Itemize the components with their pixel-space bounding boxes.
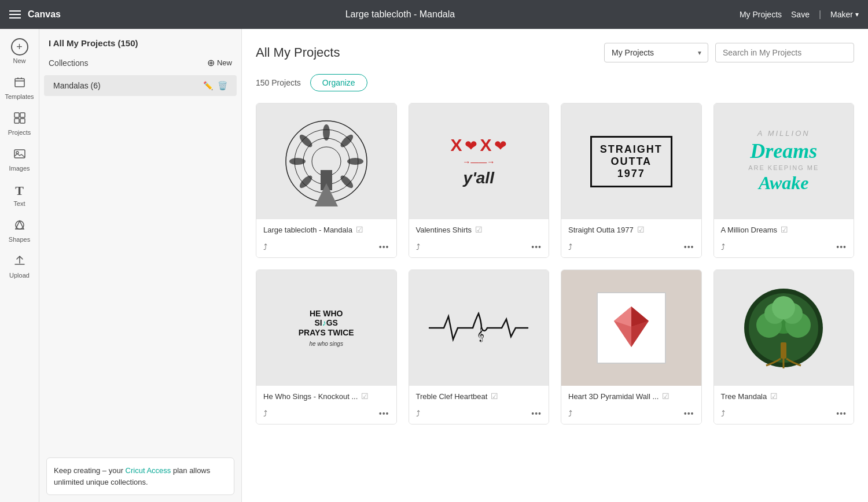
sings-sings: SI♪GS [299, 318, 354, 327]
sidebar-item-new[interactable]: + New [2, 34, 37, 69]
collections-new-button[interactable]: ⊕ New [207, 57, 232, 68]
sidebar-item-templates[interactable]: Templates [2, 71, 37, 105]
svg-point-14 [339, 133, 355, 149]
project-name-row: Large tablecloth - Mandala ☑ [263, 225, 363, 234]
dreams-are-keeping: ARE KEEPING ME [748, 164, 819, 171]
project-card-dreams: A MILLION Dreams ARE KEEPING ME Awake A … [713, 103, 855, 258]
promo-link-cricut-access[interactable]: Cricut Access [126, 466, 171, 475]
xoxo-heart1: ❤ [465, 137, 477, 154]
svg-rect-0 [15, 79, 24, 87]
svg-rect-3 [14, 119, 19, 123]
project-footer-bottom-dreams: ⤴ ••• [714, 240, 854, 257]
more-icon-tree[interactable]: ••• [836, 409, 847, 418]
outta-line1: STRAIGHT [600, 143, 663, 156]
more-icon-mandala[interactable]: ••• [379, 242, 389, 252]
more-icon-heartbeat[interactable]: ••• [531, 409, 542, 418]
sings-he-who: HE WHO [299, 309, 354, 318]
project-thumbnail-dreams[interactable]: A MILLION Dreams ARE KEEPING ME Awake [714, 104, 854, 219]
share-icon-valentines[interactable]: ⤴ [416, 242, 420, 252]
project-check-icon-dreams[interactable]: ☑ [781, 225, 788, 234]
project-thumbnail-sings[interactable]: HE WHO SI♪GS PRAYS TWICE he who sings [256, 270, 396, 386]
project-check-icon-sings[interactable]: ☑ [361, 392, 369, 401]
shapes-icon [13, 219, 26, 234]
project-check-icon-outta[interactable]: ☑ [637, 225, 645, 234]
projects-filter-select[interactable]: My Projects All Projects Shared [604, 43, 708, 62]
project-footer-bottom-heart3d: ⤴ ••• [561, 407, 701, 424]
project-check-icon-tree[interactable]: ☑ [770, 392, 778, 401]
search-input[interactable] [715, 43, 854, 62]
share-icon-tree[interactable]: ⤴ [721, 409, 725, 418]
arrow-line: →——→ [462, 157, 495, 167]
svg-marker-22 [315, 183, 338, 206]
save-link[interactable]: Save [791, 10, 810, 19]
project-name-row-dreams: A Million Dreams ☑ [721, 225, 789, 234]
upload-icon [13, 254, 26, 270]
my-projects-link[interactable]: My Projects [740, 10, 782, 19]
more-icon-dreams[interactable]: ••• [836, 242, 847, 252]
edit-icon[interactable]: ✏️ [203, 81, 213, 90]
svg-point-37 [772, 296, 795, 319]
project-name-outta: Straight Outta 1977 [568, 226, 634, 234]
heartbeat-svg: 𝄞 [426, 311, 531, 345]
sidebar-item-shapes[interactable]: Shapes [2, 214, 37, 248]
sidebar-item-upload[interactable]: Upload [2, 250, 37, 283]
project-thumbnail-tree[interactable] [714, 270, 854, 386]
share-icon-dreams[interactable]: ⤴ [721, 242, 725, 252]
sidebar-item-images[interactable]: Images [2, 143, 37, 176]
project-name-row-sings: He Who Sings - Knockout ... ☑ [263, 392, 369, 401]
more-icon-sings[interactable]: ••• [379, 409, 389, 418]
project-check-icon-valentines[interactable]: ☑ [475, 225, 483, 234]
projects-count: 150 Projects [256, 78, 301, 87]
canvas-title: Large tablecloth - Mandala [68, 9, 733, 20]
project-thumbnail-valentines[interactable]: X ❤ X ❤ →——→ y'all [409, 104, 549, 219]
svg-point-20 [297, 133, 314, 149]
project-thumbnail-mandala[interactable] [256, 104, 396, 219]
sidebar-item-images-label: Images [9, 165, 30, 172]
project-check-icon-heartbeat[interactable]: ☑ [491, 392, 498, 401]
main-layout: + New Templates Projects Images T T [0, 29, 868, 502]
xoxo-x2: X [480, 135, 491, 154]
collections-header: I All My Projects (150) [39, 29, 241, 53]
project-thumbnail-outta[interactable]: STRAIGHT OUTTA 1977 [561, 104, 701, 219]
text-icon: T [15, 183, 24, 198]
project-check-icon-heart3d[interactable]: ☑ [662, 392, 670, 401]
share-icon-heart3d[interactable]: ⤴ [568, 409, 572, 418]
projects-bar: 150 Projects Organize [256, 74, 854, 91]
svg-text:𝄞: 𝄞 [477, 327, 484, 342]
outta-design: STRAIGHT OUTTA 1977 [590, 136, 672, 187]
more-icon-heart3d[interactable]: ••• [684, 409, 694, 418]
sidebar-item-projects[interactable]: Projects [2, 107, 37, 141]
project-card-mandala: Large tablecloth - Mandala ☑ ⤴ ••• [256, 103, 397, 258]
chevron-down-icon: ▾ [855, 10, 859, 19]
share-icon-outta[interactable]: ⤴ [568, 242, 572, 252]
project-footer-tree: Tree Mandala ☑ [714, 386, 854, 407]
sidebar-item-text[interactable]: T Text [2, 179, 37, 212]
hamburger-menu[interactable] [9, 10, 21, 19]
project-thumbnail-heart3d[interactable] [561, 270, 701, 386]
project-thumbnail-heartbeat[interactable]: 𝄞 [409, 270, 549, 386]
svg-point-18 [297, 174, 314, 190]
project-footer-heart3d: Heart 3D Pyramidal Wall ... ☑ [561, 386, 701, 407]
sidebar-item-text-label: Text [13, 200, 25, 207]
delete-icon[interactable]: 🗑️ [218, 81, 227, 90]
project-check-icon-mandala[interactable]: ☑ [356, 225, 363, 234]
nav-divider: | [819, 9, 821, 20]
organize-button[interactable]: Organize [310, 74, 367, 91]
project-card-outta: STRAIGHT OUTTA 1977 Straight Outta 1977 … [561, 103, 702, 258]
svg-rect-4 [20, 119, 25, 123]
share-icon-mandala[interactable]: ⤴ [263, 242, 267, 252]
share-icon-heartbeat[interactable]: ⤴ [416, 409, 420, 418]
project-name-sings: He Who Sings - Knockout ... [263, 392, 358, 401]
maker-dropdown[interactable]: Maker ▾ [830, 10, 859, 19]
more-icon-valentines[interactable]: ••• [531, 242, 542, 252]
more-icon-outta[interactable]: ••• [684, 242, 694, 252]
share-icon-sings[interactable]: ⤴ [263, 409, 267, 418]
project-card-tree: Tree Mandala ☑ ⤴ ••• [713, 270, 855, 425]
project-name-valentines: Valentines Shirts [416, 226, 472, 234]
projects-filter-dropdown[interactable]: My Projects All Projects Shared [604, 43, 708, 62]
collection-item-mandalas[interactable]: Mandalas (6) ✏️ 🗑️ [44, 75, 237, 96]
project-name-row-heartbeat: Treble Clef Heartbeat ☑ [416, 392, 499, 401]
sidebar-item-shapes-label: Shapes [9, 236, 30, 243]
main-content: All My Projects My Projects All Projects… [242, 29, 868, 502]
project-name-row-valentines: Valentines Shirts ☑ [416, 225, 483, 234]
